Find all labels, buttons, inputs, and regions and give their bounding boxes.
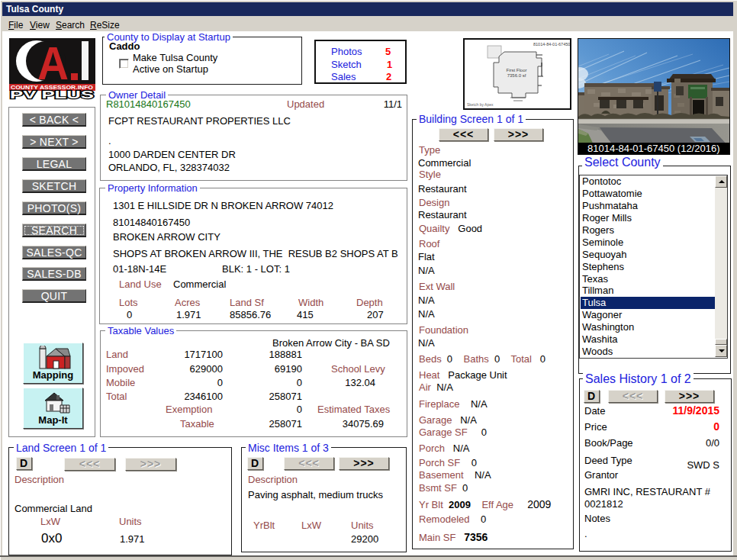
svg-text:PV PLUS: PV PLUS <box>10 88 94 100</box>
svg-text:7356.0 sf: 7356.0 sf <box>507 73 526 78</box>
svg-text:81014-84-01-67450: 81014-84-01-67450 <box>533 42 570 47</box>
svg-text:A: A <box>37 38 69 89</box>
svg-text:First Floor: First Floor <box>507 68 527 72</box>
svg-text:Sketch by Apex: Sketch by Apex <box>467 102 494 107</box>
